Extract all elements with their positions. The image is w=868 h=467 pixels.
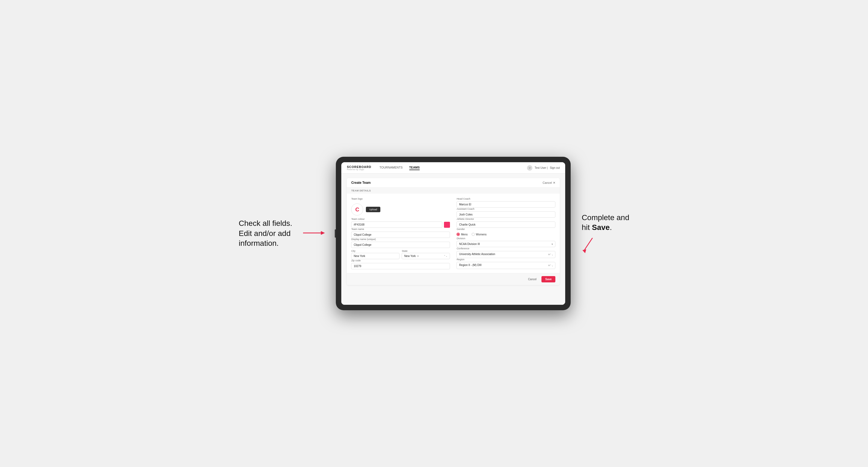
display-name-group: Display name (unique) <box>351 238 450 248</box>
nav-user-label: Test User | <box>535 166 548 169</box>
nav-bar: SCOREBOARD Powered by clippi TOURNAMENTS… <box>341 162 565 174</box>
team-logo-group: Team logo C Upload <box>351 197 450 218</box>
conference-label: Conference <box>457 247 555 250</box>
state-clear-icon[interactable]: ✕ <box>417 255 419 257</box>
region-group: Region Region II - (M) DIII ✕ ⌃⌄ <box>457 258 555 269</box>
gender-group: Gender Mens Womens <box>457 228 555 237</box>
annotation-left-line3: information. <box>239 239 279 247</box>
cancel-button[interactable]: Cancel <box>525 276 539 282</box>
logo-preview: C <box>351 204 363 216</box>
gender-womens-option[interactable]: Womens <box>471 233 487 236</box>
tablet-screen: SCOREBOARD Powered by clippi TOURNAMENTS… <box>341 162 565 305</box>
nav-logo: SCOREBOARD Powered by clippi <box>347 165 371 170</box>
division-label: Division <box>457 237 555 240</box>
athletic-director-label: Athletic Director <box>457 218 555 220</box>
city-input[interactable] <box>351 253 399 259</box>
region-value: Region II - (M) DIII <box>459 263 482 267</box>
state-select-wrapper[interactable]: New York ✕ ⌃⌄ <box>402 253 450 259</box>
nav-logo-sub: Powered by clippi <box>347 168 371 170</box>
conference-chevron-icon: ⌃⌄ <box>550 253 554 256</box>
city-state-group: City State New York ✕ ⌃⌄ <box>351 248 450 259</box>
annotation-right-bold: Save <box>592 223 610 231</box>
city-label: City <box>351 250 355 252</box>
team-colour-label: Team colour <box>351 218 450 220</box>
team-name-group: Team name <box>351 228 450 238</box>
team-name-input[interactable] <box>351 231 450 238</box>
left-column: Team logo C Upload Team colour <box>351 197 450 269</box>
zip-code-group: Zip code <box>351 259 450 269</box>
avatar: U <box>527 165 532 171</box>
right-column: Head Coach Assistant Coach Athletic Dire… <box>457 197 555 269</box>
annotation-left: Check all fields. Edit and/or add inform… <box>239 218 292 248</box>
head-coach-group: Head Coach <box>457 197 555 208</box>
conference-tag-field[interactable]: University Athletic Association ✕ ⌃⌄ <box>457 251 555 258</box>
region-label: Region <box>457 258 555 261</box>
zip-code-label: Zip code <box>351 259 450 262</box>
display-name-label: Display name (unique) <box>351 238 450 241</box>
svg-marker-1 <box>321 231 325 235</box>
form-title: Create Team <box>351 181 371 185</box>
nav-link-tournaments[interactable]: TOURNAMENTS <box>379 166 403 170</box>
team-logo-label: Team logo <box>351 197 450 200</box>
svg-line-2 <box>584 238 592 250</box>
annotation-right-line1: Complete and <box>582 213 629 222</box>
conference-group: Conference University Athletic Associati… <box>457 247 555 258</box>
form-header: Create Team Cancel ✕ <box>347 178 560 188</box>
save-button[interactable]: Save <box>541 276 555 282</box>
annotation-left-line1: Check all fields. <box>239 219 292 227</box>
annotation-left-line2: Edit and/or add <box>239 229 290 238</box>
assistant-coach-input[interactable] <box>457 211 555 218</box>
division-select[interactable]: NCAA Division III NCAA Division II NCAA … <box>457 241 555 247</box>
upload-button[interactable]: Upload <box>366 207 380 212</box>
gender-mens-option[interactable]: Mens <box>457 233 467 236</box>
sign-out-link[interactable]: Sign out <box>550 166 560 169</box>
team-colour-group: Team colour <box>351 218 450 228</box>
division-select-wrapper: NCAA Division III NCAA Division II NCAA … <box>457 241 555 247</box>
gender-radio-group: Mens Womens <box>457 231 555 237</box>
head-coach-label: Head Coach <box>457 197 555 200</box>
state-label: State <box>402 250 407 252</box>
color-input-row <box>351 221 450 228</box>
tablet-side-button <box>335 229 336 238</box>
form-section-header: TEAM DETAILS <box>347 188 560 194</box>
head-coach-input[interactable] <box>457 201 555 208</box>
color-swatch[interactable] <box>444 222 450 228</box>
city-group: City <box>351 248 399 259</box>
main-content: Create Team Cancel ✕ TEAM DETAILS <box>341 174 565 305</box>
form-cancel-x-button[interactable]: Cancel ✕ <box>542 181 555 185</box>
nav-right: U Test User | Sign out <box>527 165 560 171</box>
svg-marker-3 <box>582 249 586 253</box>
gender-label: Gender <box>457 228 555 230</box>
logo-section: C Upload <box>351 201 450 218</box>
city-state-row: City State New York ✕ ⌃⌄ <box>351 248 450 259</box>
nav-logo-title: SCOREBOARD <box>347 165 371 168</box>
nav-links: TOURNAMENTS TEAMS <box>379 166 527 170</box>
form-panel: Create Team Cancel ✕ TEAM DETAILS <box>347 178 560 285</box>
state-value: New York <box>404 254 415 257</box>
zip-code-input[interactable] <box>351 263 450 269</box>
region-chevron-icon: ⌃⌄ <box>550 264 554 267</box>
assistant-coach-group: Assistant Coach <box>457 208 555 218</box>
annotation-right-prefix: hit <box>582 223 592 231</box>
arrow-left-pointer <box>303 229 325 237</box>
display-name-input[interactable] <box>351 242 450 248</box>
form-body: Team logo C Upload Team colour <box>347 194 560 273</box>
form-footer: Cancel Save <box>347 273 560 285</box>
conference-value: University Athletic Association <box>459 253 495 256</box>
gender-womens-radio[interactable] <box>471 233 475 236</box>
division-group: Division NCAA Division III NCAA Division… <box>457 237 555 247</box>
annotation-right-suffix: . <box>610 223 612 231</box>
state-chevron-icon: ⌃⌄ <box>444 255 447 257</box>
athletic-director-group: Athletic Director <box>457 218 555 228</box>
nav-link-teams[interactable]: TEAMS <box>409 166 420 170</box>
tablet-frame: SCOREBOARD Powered by clippi TOURNAMENTS… <box>336 157 571 310</box>
athletic-director-input[interactable] <box>457 221 555 228</box>
team-colour-input[interactable] <box>351 221 442 228</box>
gender-mens-radio[interactable] <box>457 233 460 236</box>
state-group: State New York ✕ ⌃⌄ <box>402 248 450 259</box>
assistant-coach-label: Assistant Coach <box>457 208 555 210</box>
annotation-right: Complete and hit Save. <box>582 213 629 233</box>
region-tag-field[interactable]: Region II - (M) DIII ✕ ⌃⌄ <box>457 262 555 269</box>
close-icon: ✕ <box>553 181 555 185</box>
team-name-label: Team name <box>351 228 450 230</box>
